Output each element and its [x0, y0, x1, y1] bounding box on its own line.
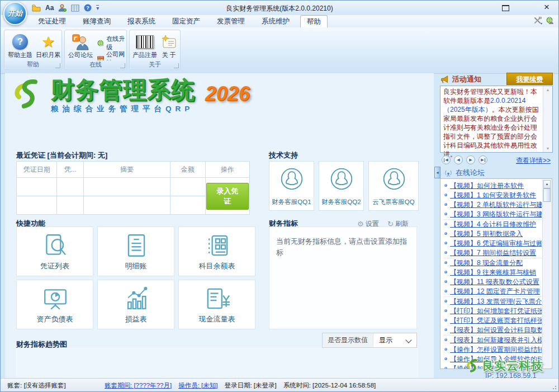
scroll-up-icon[interactable]: ▲	[543, 180, 551, 188]
dialog-launcher-icon[interactable]	[174, 63, 179, 68]
panel-collapse-button[interactable]: ◂	[434, 167, 440, 178]
bullet-icon	[444, 300, 447, 303]
brand-s-icon	[13, 78, 45, 110]
tab-maintenance[interactable]: 系统维护	[255, 15, 296, 27]
list-item[interactable]: 【打印】凭证及账页套打纸样张	[444, 316, 542, 325]
list-item[interactable]: 【视频】7 期间损益结转设置	[444, 248, 542, 258]
list-item[interactable]: 【报表】如何新建报表并引入模板	[444, 336, 542, 345]
forum-box: 【视频】如何注册本软件 【视频】1 如何安装财务软件 【视频】2 单机版软件运行…	[440, 178, 552, 369]
list-item[interactable]: 【视频】4 会计科目修改维护	[444, 220, 542, 229]
logo-year: 2026	[205, 82, 250, 106]
notice-scrollbar[interactable]: ▲ ▼	[543, 86, 552, 152]
recent-vouchers-heading: 最近凭证 [当前会计期间: 无]	[16, 150, 107, 160]
watermark-brand: 良实云科技	[482, 358, 543, 374]
quick-income-statement[interactable]: 损益表	[97, 280, 174, 329]
start-button[interactable]: 开始	[3, 2, 27, 25]
tab-voucher[interactable]: 凭证处理	[32, 15, 72, 27]
list-item[interactable]: 【视频】1 如何安装财务软件	[444, 191, 542, 200]
forum-scrollbar[interactable]: ▲	[542, 180, 551, 368]
online-upgrade-button[interactable]: 在线升级	[97, 35, 126, 51]
qq-support-1[interactable]: 财务客服QQ1	[269, 161, 314, 211]
list-item[interactable]: 【视频】6 凭证编辑审核与过账	[444, 239, 542, 248]
company-forum-button[interactable]: 公司论坛	[66, 33, 95, 59]
list-item[interactable]: 【报表】如何设置会计科目取数公式	[444, 325, 542, 336]
forum-person-icon	[72, 34, 89, 50]
cash-flow-icon	[203, 285, 231, 313]
quick-card-label: 损益表	[98, 314, 174, 324]
tab-reports[interactable]: 报表系统	[121, 15, 162, 27]
group-caption-online: 在线	[65, 60, 126, 69]
list-item[interactable]: 【视频】5 期初数据录入	[444, 229, 542, 239]
list-item[interactable]: 【操作】怎样设置期间损益结转凭证	[444, 345, 542, 355]
list-item[interactable]: 【视频】3 网络版软件运行与建账	[444, 210, 542, 220]
quick-voucher-list[interactable]: 凭证列表	[16, 226, 93, 276]
show-values-select[interactable]: 显示	[373, 333, 416, 347]
help-topics-button[interactable]: ? 帮助主题	[6, 33, 35, 59]
tab-help[interactable]: 帮助	[300, 15, 328, 28]
quick-cash-flow[interactable]: 现金流量表	[178, 280, 255, 329]
list-item[interactable]: 【视频】如何注册本软件	[444, 181, 542, 191]
last-page-button[interactable]: ▶	[479, 155, 487, 164]
ribbon-group-online: 公司论坛 在线升级 公司网站 在线	[64, 30, 127, 70]
logo-title: 财务管理系统	[51, 78, 195, 102]
quick-card-label: 凭证列表	[17, 261, 93, 271]
bullet-icon	[444, 203, 447, 206]
scroll-up-icon[interactable]: ▲	[543, 88, 552, 92]
show-values-control: 是否显示数值 显示	[322, 333, 417, 348]
view-details-link[interactable]: 查看详情>>	[516, 156, 551, 166]
tab-fixed-assets[interactable]: 固定资产	[166, 15, 206, 27]
status-operator-link[interactable]: 操作员: [未知]	[178, 381, 217, 390]
maximize-button[interactable]	[502, 5, 509, 11]
resize-grip[interactable]	[551, 384, 557, 390]
list-item[interactable]: 【视频】13 发票管理(云飞票介绍)	[444, 297, 542, 306]
list-item[interactable]: 【视频】2 单机版软件运行与建账	[444, 200, 542, 210]
horn-icon	[440, 75, 449, 84]
quick-balance-sheet[interactable]: 资产负债表	[16, 280, 93, 329]
qq-support-yunfeipiao[interactable]: 云飞票客服QQ	[368, 161, 419, 211]
broadcast-icon	[444, 169, 453, 177]
chevron-down-icon	[405, 337, 411, 343]
list-item[interactable]: 【视频】12 固定资产卡片管理	[444, 287, 542, 297]
group-caption-help: 帮助	[5, 60, 61, 69]
online-user-icon[interactable]	[546, 17, 554, 25]
first-page-button[interactable]: ◀	[442, 155, 451, 164]
col-action: 操作	[205, 162, 249, 178]
quick-detail-ledger[interactable]: 明细账	[97, 226, 174, 276]
qq-support-2[interactable]: 财务客服QQ2	[319, 161, 364, 211]
barcode-icon	[136, 35, 154, 49]
scroll-down-icon[interactable]: ▼	[543, 147, 552, 150]
certificate-icon	[161, 35, 177, 49]
notice-heading: 活动通知	[452, 74, 481, 84]
prev-page-button[interactable]: ◀	[454, 155, 463, 164]
qq-card-label: 财务客服QQ2	[319, 198, 363, 206]
next-page-button[interactable]: ▶	[466, 155, 475, 164]
tools-icon[interactable]: ▾	[534, 17, 543, 25]
bullet-icon	[444, 328, 447, 331]
about-button[interactable]: 关 于	[158, 33, 180, 59]
status-login-date: 登录日期: [未登录]	[224, 381, 276, 390]
close-button[interactable]: ×	[544, 2, 549, 13]
product-register-button[interactable]: 产品注册	[130, 33, 159, 59]
tab-invoice[interactable]: 发票管理	[211, 15, 251, 27]
notice-text: 良实财务管理系统又更新啦！本软件最新版本是2.0.0.20214（2025年版本…	[443, 88, 542, 159]
renew-button[interactable]: 我要续费	[506, 73, 553, 85]
status-system-time: 系统时间: [2025-12-04 16:58:58]	[283, 381, 376, 390]
dialog-launcher-icon[interactable]	[55, 63, 60, 68]
qq-penguin-icon	[280, 167, 304, 191]
voucher-list-icon	[41, 232, 69, 259]
title-bar: Aa ? ▾ 良实财务管理系统(版本2.0.0.20210) ×	[1, 1, 558, 16]
list-item[interactable]: 【视频】11 报表取数公式设置	[444, 277, 542, 287]
quick-subject-balance[interactable]: 科目余额表	[178, 226, 255, 276]
qq-penguin-icon	[329, 167, 354, 191]
tip-of-day-button[interactable]: ★ 日积月累	[34, 33, 63, 59]
list-item[interactable]: 【视频】9 往来账核算与核销	[444, 268, 542, 277]
scrollbar-thumb[interactable]	[543, 188, 551, 202]
tab-ledger[interactable]: 账簿查询	[77, 15, 117, 27]
entry-voucher-button[interactable]: 录入凭证	[206, 183, 249, 210]
quick-card-label: 资产负债表	[17, 314, 93, 324]
list-item[interactable]: 【视频】8 现金流量分配	[444, 258, 542, 268]
col-voucher-date: 凭证日期	[17, 162, 57, 178]
list-item[interactable]: 【打印】如何增加套打凭证纸张	[444, 306, 542, 316]
dialog-launcher-icon[interactable]	[120, 63, 125, 68]
status-period-link[interactable]: 账套期间: [????年??月]	[105, 381, 172, 390]
